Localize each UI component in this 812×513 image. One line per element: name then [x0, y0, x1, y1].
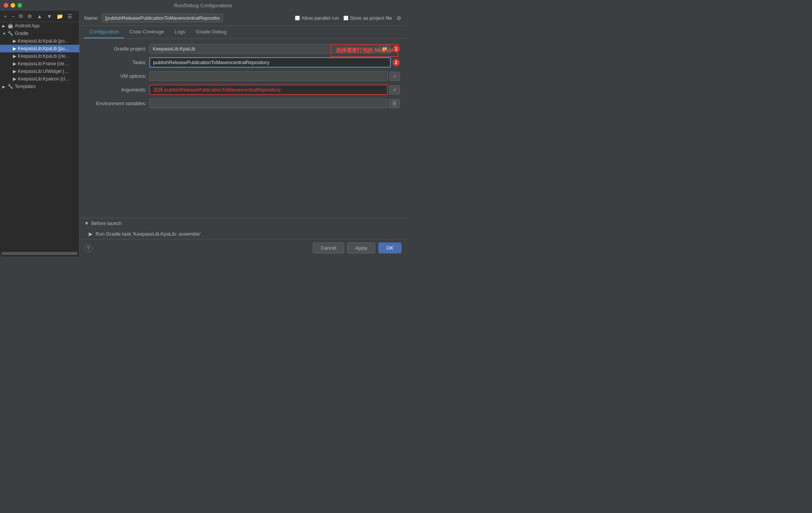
- run-icon: ▶: [13, 38, 16, 44]
- apply-button[interactable]: Apply: [347, 242, 376, 253]
- main-container: + − ⧉ ⚙ ▲ ▼ 📁 ☰ ▶ 🤖 Android App ▼ 🔧 Grad…: [0, 11, 406, 256]
- sidebar-item-label: Android App: [15, 23, 39, 28]
- cancel-button[interactable]: Cancel: [313, 242, 344, 253]
- window-title: Run/Debug Configurations: [174, 3, 232, 8]
- env-vars-browse-button[interactable]: ☰: [389, 99, 400, 108]
- vm-options-expand-button[interactable]: ⤢: [389, 72, 400, 81]
- badge-2: 2: [392, 59, 400, 66]
- sidebar-item-label: KeepassLib:Kpalcon [clean build bintrayU…: [18, 76, 71, 82]
- tasks-input[interactable]: [149, 57, 391, 68]
- form-area: 选择需要打包的 Module Gradle project: 📁 1 Tasks…: [80, 39, 406, 218]
- templates-icon: 🔧: [8, 84, 13, 89]
- tasks-label: Tasks:: [86, 60, 146, 65]
- before-launch-item: ▶ Run Gradle task 'KeepassLib.KpaLib: as…: [80, 228, 406, 239]
- tab-code-coverage[interactable]: Code Coverage: [124, 26, 169, 38]
- sidebar-item-android-app[interactable]: ▶ 🤖 Android App: [0, 22, 79, 30]
- sidebar-item-label: KeepassLib:Frame [clean build bintrayUpl…: [18, 61, 71, 66]
- arguments-row: Arguments: ⤢: [86, 85, 400, 95]
- folder-button[interactable]: 📁: [55, 13, 64, 20]
- maximize-button[interactable]: [17, 3, 22, 8]
- gradle-project-label: Gradle project:: [86, 46, 146, 52]
- before-launch-label: Before launch: [91, 220, 122, 226]
- tab-configuration[interactable]: Configuration: [84, 26, 124, 38]
- vm-options-input-group: ⤢: [149, 71, 400, 81]
- gradle-task-icon: ▶: [89, 231, 92, 237]
- arguments-expand-button[interactable]: ⤢: [389, 85, 400, 94]
- sidebar: + − ⧉ ⚙ ▲ ▼ 📁 ☰ ▶ 🤖 Android App ▼ 🔧 Grad…: [0, 11, 80, 256]
- run-icon: ▶: [13, 76, 16, 82]
- help-icon: ?: [87, 245, 90, 251]
- sidebar-item-kpalcon-clean[interactable]: ▶ KeepassLib:Kpalcon [clean build bintra…: [0, 75, 79, 83]
- gradle-icon: 🔧: [8, 31, 13, 36]
- run-icon: ▶: [13, 46, 16, 51]
- parallel-run-label: Allow parallel run: [295, 15, 339, 21]
- sidebar-item-frame-clean[interactable]: ▶ KeepassLib:Frame [clean build bintrayU…: [0, 60, 79, 68]
- tasks-input-group: 2: [149, 57, 400, 68]
- store-project-label: Store as project file: [343, 15, 392, 21]
- before-launch-item-text: Run Gradle task 'KeepassLib.KpaLib: asse…: [96, 231, 201, 237]
- parallel-run-checkbox[interactable]: [295, 16, 300, 20]
- tab-gradle-debug[interactable]: Gradle Debug: [191, 26, 232, 38]
- sidebar-item-gradle[interactable]: ▼ 🔧 Gradle: [0, 30, 79, 37]
- vm-options-row: VM options: ⤢: [86, 71, 400, 81]
- parallel-run-text: Allow parallel run: [301, 15, 339, 21]
- ok-button[interactable]: OK: [378, 242, 401, 253]
- sidebar-item-label: Templates: [15, 84, 36, 89]
- traffic-lights: [4, 3, 22, 8]
- bottom-bar: ? Cancel Apply OK: [80, 239, 406, 256]
- run-icon: ▶: [13, 69, 16, 74]
- env-vars-input-group: ☰: [149, 99, 400, 108]
- config-header-right: Allow parallel run Store as project file…: [289, 15, 401, 21]
- tabs-bar: Configuration Code Coverage Logs Gradle …: [80, 26, 406, 39]
- vm-options-label: VM options:: [86, 73, 146, 79]
- env-vars-label: Environment variables:: [86, 101, 146, 106]
- arrow-icon: ▼: [2, 31, 6, 36]
- arguments-input[interactable]: [149, 85, 388, 95]
- sidebar-item-label: KeepassLib:KpaLib [clean build bintrayUp…: [18, 54, 71, 59]
- android-icon: 🤖: [8, 23, 13, 28]
- help-area: ?: [84, 244, 92, 252]
- copy-config-button[interactable]: ⧉: [17, 12, 24, 20]
- remove-config-button[interactable]: −: [10, 13, 16, 20]
- store-project-checkbox[interactable]: [343, 16, 348, 20]
- settings-button[interactable]: ⚙: [26, 13, 34, 20]
- sidebar-item-templates[interactable]: ▶ 🔧 Templates: [0, 83, 79, 90]
- vm-options-input[interactable]: [149, 71, 388, 81]
- content-panel: Name: Allow parallel run Store as projec…: [80, 11, 406, 256]
- add-config-button[interactable]: +: [2, 13, 8, 20]
- tab-logs[interactable]: Logs: [169, 26, 190, 38]
- config-header: Name: Allow parallel run Store as projec…: [80, 11, 406, 26]
- annotation-box: 选择需要打包的 Module: [331, 44, 398, 57]
- move-up-button[interactable]: ▲: [35, 13, 44, 20]
- sort-button[interactable]: ☰: [66, 13, 74, 20]
- sidebar-item-label: KeepassLib:KpaLib [publishReleasePublica…: [18, 38, 71, 44]
- help-button[interactable]: ?: [84, 244, 92, 252]
- sidebar-item-uiwidget-clean[interactable]: ▶ KeepassLib:UIWidget [clean build bintr…: [0, 68, 79, 75]
- close-button[interactable]: [4, 3, 8, 8]
- store-project-text: Store as project file: [350, 15, 392, 21]
- name-label: Name:: [84, 15, 99, 21]
- settings-gear-icon[interactable]: ⚙: [397, 15, 401, 21]
- collapse-icon: ▼: [84, 220, 89, 226]
- sidebar-item-kpalib-publish2[interactable]: ▶ KeepassLib:KpaLib [publishReleasePubli…: [0, 45, 79, 52]
- arguments-input-group: ⤢: [149, 85, 400, 95]
- tasks-row: Tasks: 2: [86, 57, 400, 68]
- arguments-label: Arguments:: [86, 87, 146, 93]
- sidebar-scrollbar[interactable]: [2, 252, 78, 255]
- sidebar-item-kpalib-clean[interactable]: ▶ KeepassLib:KpaLib [clean build bintray…: [0, 52, 79, 60]
- annotation-text: 选择需要打包的 Module: [336, 47, 393, 53]
- before-launch-header[interactable]: ▼ Before launch: [80, 218, 406, 228]
- name-input[interactable]: [102, 14, 223, 22]
- before-launch-section: ▼ Before launch ▶ Run Gradle task 'Keepa…: [80, 218, 406, 239]
- sidebar-item-kpalib-publish1[interactable]: ▶ KeepassLib:KpaLib [publishReleasePubli…: [0, 37, 79, 45]
- minimize-button[interactable]: [11, 3, 15, 8]
- sidebar-item-label: Gradle: [15, 31, 28, 36]
- move-down-button[interactable]: ▼: [45, 13, 53, 20]
- env-vars-row: Environment variables: ☰: [86, 99, 400, 108]
- sidebar-item-label: KeepassLib:KpaLib [publishReleasePublica…: [18, 46, 71, 51]
- arrow-icon: ▶: [2, 24, 6, 28]
- title-bar: Run/Debug Configurations: [0, 0, 406, 11]
- run-icon: ▶: [13, 54, 16, 59]
- sidebar-toolbar: + − ⧉ ⚙ ▲ ▼ 📁 ☰: [0, 11, 79, 22]
- env-vars-input[interactable]: [149, 99, 387, 108]
